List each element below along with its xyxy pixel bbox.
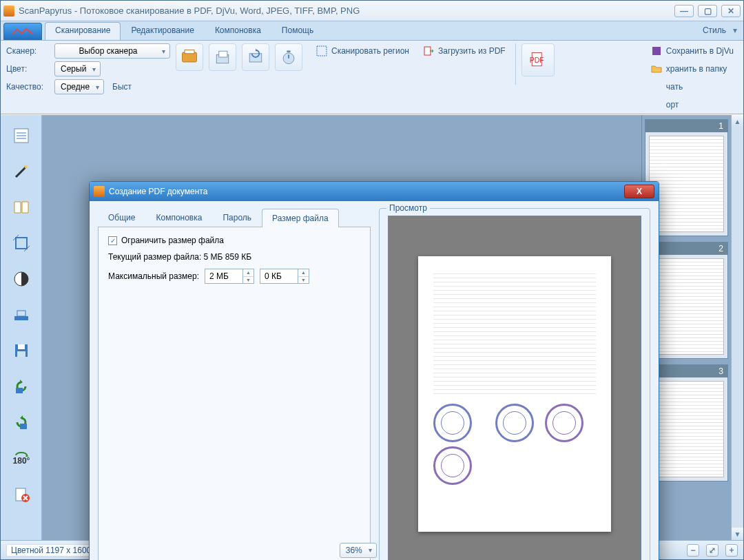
quality-label: Качество: xyxy=(6,82,50,92)
print-button[interactable]: чать xyxy=(647,79,738,94)
color-label: Цвет: xyxy=(6,64,50,74)
ribbon-tab-help[interactable]: Помощь xyxy=(271,22,324,40)
tool-book[interactable] xyxy=(10,196,32,218)
ribbon-tab-layout[interactable]: Компоновка xyxy=(205,22,271,40)
preview-page xyxy=(418,256,611,532)
minimize-button[interactable]: — xyxy=(674,5,694,17)
close-button[interactable]: ✕ xyxy=(721,5,741,17)
tool-rotate-right[interactable] xyxy=(10,411,32,433)
dialog-tab-general[interactable]: Общие xyxy=(98,208,145,227)
dialog-close-button[interactable]: X xyxy=(624,185,654,198)
window-title: ScanPapyrus - Потоковое сканирование в P… xyxy=(19,6,674,16)
folder-icon xyxy=(651,63,662,74)
preview-area xyxy=(388,216,641,560)
svg-rect-9 xyxy=(317,46,327,56)
save-pdf-big-button[interactable]: PDF xyxy=(521,43,555,76)
tool-crop[interactable] xyxy=(10,232,32,254)
svg-rect-32 xyxy=(20,424,27,429)
export-button[interactable]: орт xyxy=(647,97,738,112)
zoom-out-button[interactable]: − xyxy=(687,544,699,557)
main-window: ScanPapyrus - Потоковое сканирование в P… xyxy=(0,0,744,560)
dialog-icon xyxy=(94,186,105,197)
limit-size-label: Ограничить размер файла xyxy=(121,236,224,245)
app-badge[interactable] xyxy=(3,23,42,40)
svg-rect-30 xyxy=(16,388,23,393)
ribbon-tabs: Сканирование Редактирование Компоновка П… xyxy=(1,21,743,41)
zoom-in-button[interactable]: + xyxy=(725,544,738,557)
max-kb-input[interactable] xyxy=(260,269,298,283)
svg-line-18 xyxy=(16,167,25,177)
save-folder-button[interactable]: хранить в папку xyxy=(647,61,738,76)
scroll-down-icon[interactable]: ▼ xyxy=(732,528,743,540)
ribbon-tab-scan[interactable]: Сканирование xyxy=(45,22,121,40)
dialog-tab-layout[interactable]: Компоновка xyxy=(145,208,212,227)
rescan-button[interactable] xyxy=(242,43,269,71)
spin-up-icon[interactable]: ▲ xyxy=(243,269,254,277)
djvu-icon xyxy=(651,45,662,56)
scan-region-button[interactable]: Сканировать регион xyxy=(312,43,413,59)
current-size-value: 5 МБ 859 КБ xyxy=(204,252,251,262)
max-size-label: Максимальный размер: xyxy=(108,271,199,281)
preview-legend: Просмотр xyxy=(386,203,430,213)
ribbon-body: Сканер: Выбор сканера Цвет: Серый Качест… xyxy=(1,41,743,114)
svg-rect-28 xyxy=(17,351,25,357)
tool-contrast[interactable] xyxy=(10,268,32,290)
current-size-label: Текущий размер файла: xyxy=(108,252,201,262)
svg-rect-27 xyxy=(18,344,25,349)
app-icon xyxy=(3,6,14,17)
ribbon-tab-edit[interactable]: Редактирование xyxy=(121,22,204,40)
scroll-up-icon[interactable]: ▲ xyxy=(732,115,743,127)
titlebar: ScanPapyrus - Потоковое сканирование в P… xyxy=(1,1,743,21)
tool-magic[interactable] xyxy=(10,160,32,183)
maximize-button[interactable]: ▢ xyxy=(698,5,717,17)
zoom-fit-button[interactable]: ⤢ xyxy=(706,544,719,557)
dialog-tab-password[interactable]: Пароль xyxy=(212,208,262,227)
tool-scanner[interactable] xyxy=(10,304,32,326)
scan-button[interactable] xyxy=(176,43,203,71)
dialog-titlebar: Создание PDF документа X xyxy=(90,182,659,201)
svg-text:180°: 180° xyxy=(12,456,30,466)
svg-rect-8 xyxy=(287,50,290,52)
tool-properties[interactable] xyxy=(10,125,32,147)
dialog-title: Создание PDF документа xyxy=(109,187,624,196)
tool-delete[interactable] xyxy=(10,483,32,505)
vertical-scrollbar[interactable]: ▲ ▼ xyxy=(731,115,743,540)
pdf-in-icon xyxy=(423,45,434,56)
ribbon-style-menu[interactable]: Стиль xyxy=(692,22,743,40)
fast-label: Быст xyxy=(112,82,132,92)
svg-text:PDF: PDF xyxy=(529,56,544,64)
timer-scan-button[interactable] xyxy=(275,43,302,71)
pdf-dialog: Создание PDF документа X Общие Компоновк… xyxy=(89,181,659,560)
spin-down-icon[interactable]: ▼ xyxy=(243,277,254,284)
preview-fieldset: Просмотр xyxy=(379,208,650,560)
svg-rect-24 xyxy=(14,316,28,320)
scanner-combo[interactable]: Выбор сканера xyxy=(54,43,170,59)
zoom-combo[interactable]: 36% xyxy=(340,543,377,558)
content-area: 180° 1 2 3 ▲ ▼ xyxy=(1,114,743,540)
max-mb-spinner[interactable]: ▲▼ xyxy=(205,269,254,284)
tool-rotate-180[interactable]: 180° xyxy=(10,447,32,469)
svg-rect-3 xyxy=(219,51,227,57)
spin-up-icon[interactable]: ▲ xyxy=(298,269,309,277)
left-toolbar: 180° xyxy=(1,115,42,540)
max-mb-input[interactable] xyxy=(205,269,242,283)
quality-combo[interactable]: Средне xyxy=(54,79,104,94)
dialog-tabpane: ✓ Ограничить размер файла Текущий размер… xyxy=(98,227,371,560)
dialog-tabs: Общие Компоновка Пароль Размер файла xyxy=(98,208,371,227)
limit-size-checkbox[interactable]: ✓ xyxy=(108,236,117,245)
batch-scan-button[interactable] xyxy=(209,43,236,71)
region-icon xyxy=(316,45,327,56)
scanner-label: Сканер: xyxy=(6,46,50,56)
load-pdf-button[interactable]: Загрузить из PDF xyxy=(419,43,510,59)
spin-down-icon[interactable]: ▼ xyxy=(298,277,309,284)
color-combo[interactable]: Серый xyxy=(54,61,101,76)
svg-rect-1 xyxy=(185,50,194,54)
svg-rect-20 xyxy=(16,238,27,249)
max-kb-spinner[interactable]: ▲▼ xyxy=(260,269,309,284)
svg-rect-25 xyxy=(17,311,25,316)
dialog-tab-filesize[interactable]: Размер файла xyxy=(262,209,339,227)
save-djvu-button[interactable]: Сохранить в DjVu xyxy=(647,43,738,59)
tool-save[interactable] xyxy=(10,340,32,362)
tool-rotate-left[interactable] xyxy=(10,375,32,397)
svg-rect-10 xyxy=(424,47,431,55)
